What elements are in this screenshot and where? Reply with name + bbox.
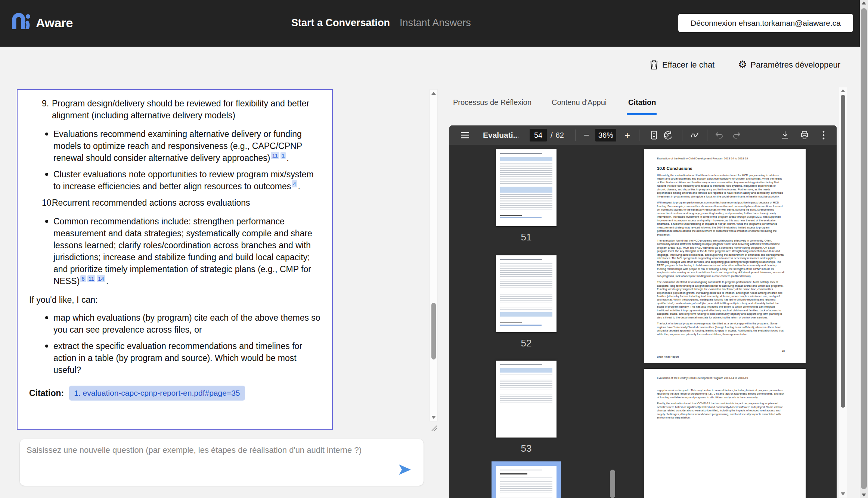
thumbnail-label: 53 (496, 443, 557, 454)
send-icon[interactable] (399, 464, 411, 475)
pdf-paragraph: The evaluation found that the HCD progra… (657, 239, 785, 278)
chat-scrollbar-thumb[interactable] (431, 303, 436, 360)
sidebar-toggle-button[interactable] (461, 131, 469, 139)
rotate-icon (662, 130, 673, 140)
numbered-item-10: 10. Recurrent recommended actions across… (42, 197, 320, 209)
citation-ref[interactable]: 4 (292, 180, 297, 187)
logout-button[interactable]: Déconnexion ehsan.torkaman@aiaware.ca (678, 14, 853, 32)
scroll-down-arrow-icon[interactable] (862, 494, 866, 497)
item-text: Program design/delivery should be review… (52, 97, 320, 121)
pdf-title: Evaluati... (483, 131, 518, 140)
thumbnail-page-54 (496, 466, 557, 498)
list-item: Cluster evaluations note opportunities t… (29, 168, 320, 192)
thumbnail-page-51[interactable] (496, 149, 557, 226)
thumb-footnote-line (500, 322, 522, 323)
thumb-text-lines (500, 194, 552, 212)
zoom-out-button[interactable]: − (584, 130, 589, 141)
nav-start-conversation[interactable]: Start a Conversation (291, 17, 390, 29)
citation-link[interactable]: 1. evaluation-capc-cpnp-report-en.pdf#pa… (69, 386, 245, 401)
dev-settings-button[interactable]: ⚙ Paramètres développeur (738, 60, 840, 70)
thumb-highlight (500, 368, 552, 373)
thumb-highlight (500, 312, 552, 317)
citation-ref[interactable]: 6 (80, 275, 86, 282)
page-number-input[interactable] (530, 129, 547, 141)
composer (19, 439, 424, 486)
toolbar-divider (575, 130, 576, 141)
redo-button[interactable] (733, 132, 741, 138)
bullet-text: Cluster evaluations note opportunities t… (53, 169, 314, 191)
pdf-page-footer: Draft Final Report (657, 355, 679, 358)
thumb-text-lines (500, 477, 552, 498)
thumbnail-page-52[interactable] (496, 255, 557, 332)
active-tab-underline (627, 113, 657, 115)
chat-scrollbar[interactable] (430, 89, 438, 421)
clear-chat-button[interactable]: Effacer le chat (649, 60, 714, 70)
print-icon (800, 131, 809, 140)
thumb-footnote-links (500, 217, 542, 220)
right-panel-scrollbar[interactable] (839, 87, 847, 498)
scroll-up-arrow-icon[interactable] (841, 89, 845, 92)
thumbnail-page-54-selected[interactable] (492, 461, 561, 498)
page-separator: / (551, 131, 553, 140)
pdf-paragraph: Ultimately, the evaluation found that th… (657, 174, 785, 198)
scroll-up-arrow-icon[interactable] (862, 1, 866, 4)
tab-citation[interactable]: Citation (628, 98, 656, 107)
scroll-down-arrow-icon[interactable] (841, 492, 845, 495)
tab-supporting-content[interactable]: Contenu d'Appui (552, 98, 628, 107)
window-scrollbar-thumb[interactable] (861, 8, 867, 489)
pdf-paragraph: The lack of universal program coverage w… (657, 322, 785, 336)
more-options-button[interactable] (822, 131, 825, 140)
tab-thinking-process[interactable]: Processus de Réflexion (453, 98, 552, 107)
zoom-in-button[interactable]: + (624, 130, 630, 141)
scroll-down-arrow-icon[interactable] (431, 416, 436, 419)
squiggle-pen-icon (691, 132, 699, 138)
thumb-header-line (500, 153, 542, 154)
thumb-text-lines (500, 374, 552, 404)
download-button[interactable] (781, 131, 789, 139)
question-input[interactable] (20, 439, 424, 486)
fit-page-button[interactable] (651, 131, 657, 140)
thumb-header-line (500, 259, 542, 260)
bullet-suffix: . (106, 276, 108, 286)
citation-ref[interactable]: 11 (271, 152, 279, 159)
undo-icon (715, 132, 723, 138)
draw-annotation-button[interactable] (691, 132, 699, 138)
page-total: 62 (556, 131, 564, 140)
item-number: 9. (42, 97, 52, 121)
pdf-page-header: Evaluation of the Healthy Child Developm… (657, 157, 785, 160)
bullet-dot (45, 316, 48, 319)
dots-vertical-icon (822, 131, 825, 140)
bullet-dot (45, 220, 48, 223)
bullet-text: Evaluations recommend examining alternat… (53, 129, 302, 163)
thumb-text-lines (500, 263, 552, 311)
list-item: map which evaluations (by program) cite … (29, 312, 320, 336)
bullet-suffix: . (298, 181, 300, 191)
citation-ref[interactable]: 14 (97, 275, 105, 282)
pdf-paragraph: a gap in services for youth. This may be… (657, 389, 785, 399)
clear-chat-label: Effacer le chat (662, 60, 714, 70)
zoom-level[interactable]: 36% (595, 129, 616, 141)
list-item: Common recommendations include: strength… (29, 215, 320, 287)
scroll-up-arrow-icon[interactable] (431, 92, 436, 95)
pdf-viewer: Evaluati... / 62 − 36% + (449, 125, 837, 498)
bullet-dot (45, 173, 48, 176)
bullet-list-3: map which evaluations (by program) cite … (29, 312, 320, 376)
thumbnail-page-53[interactable] (496, 361, 557, 438)
nav-instant-answers[interactable]: Instant Answers (400, 17, 471, 29)
resize-handle[interactable] (430, 424, 438, 433)
window-scrollbar[interactable] (860, 0, 868, 498)
print-button[interactable] (800, 131, 809, 140)
pdf-page-55: Evaluation of the Healthy Child Developm… (644, 369, 806, 498)
citation-ref[interactable]: 1 (280, 152, 286, 159)
bullet-list-2: Common recommendations include: strength… (29, 215, 320, 287)
item-number: 10. (42, 197, 52, 209)
toolbar-divider (639, 130, 639, 141)
thumb-header-line (500, 470, 542, 470)
right-panel-scrollbar-thumb[interactable] (841, 95, 845, 408)
thumbnail-scrollbar-thumb[interactable] (610, 470, 615, 498)
citation-ref[interactable]: 11 (87, 275, 96, 282)
bullet-dot (45, 133, 48, 136)
undo-button[interactable] (715, 132, 723, 138)
pdf-paragraph: The evaluation identified several ongoin… (657, 280, 785, 319)
rotate-button[interactable] (662, 130, 673, 140)
